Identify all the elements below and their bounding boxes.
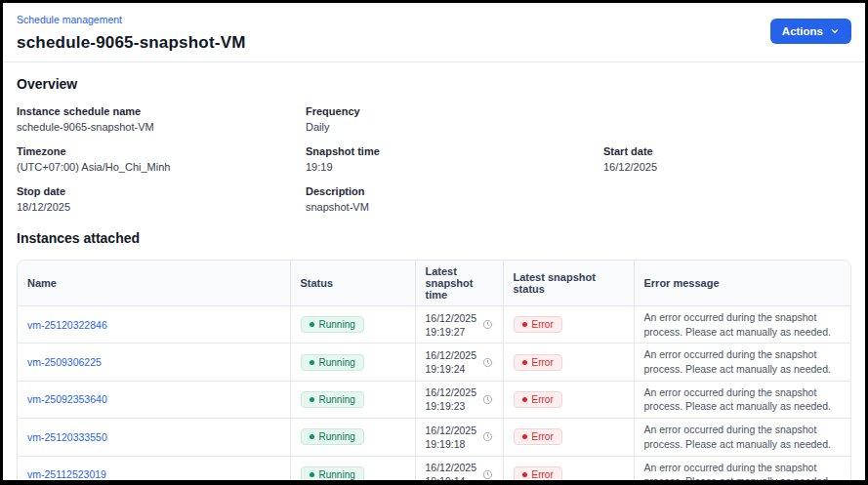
status-dot-icon — [310, 472, 314, 477]
vm-link[interactable]: vm-25112523019 — [27, 468, 106, 480]
status-badge: Running — [301, 466, 364, 483]
field-label: Frequency — [306, 105, 603, 117]
table-row: vm-25120333550 Running 16/12/2025 19:19:… — [18, 419, 850, 456]
field-value: Daily — [306, 121, 603, 133]
main-content: Overview Instance schedule name schedule… — [3, 62, 865, 485]
vm-link[interactable]: vm-25092353640 — [27, 393, 107, 405]
status-dot-icon — [310, 322, 314, 327]
overview-heading: Overview — [17, 76, 851, 92]
error-message: An error occurred during the snapshot pr… — [644, 423, 842, 451]
overview-section: Instance schedule name schedule-9065-sna… — [17, 105, 851, 213]
table-row: vm-25092353640 Running 16/12/2025 19:19:… — [18, 381, 850, 418]
schedule-detail-page: Schedule management schedule-9065-snapsh… — [0, 0, 868, 485]
table-row: vm-25112523019 Running 16/12/2025 19:19:… — [18, 456, 850, 485]
field-stop-date: Stop date 18/12/2025 — [17, 185, 306, 213]
field-start-date: Start date 16/12/2025 — [603, 145, 851, 173]
field-label: Timezone — [17, 145, 306, 157]
error-dot-icon — [522, 434, 527, 439]
breadcrumb-link[interactable]: Schedule management — [17, 14, 122, 25]
status-badge: Running — [301, 391, 364, 408]
snapshot-status-badge: Error — [514, 466, 562, 483]
error-message: An error occurred during the snapshot pr… — [644, 461, 842, 485]
instances-table: Name Status Latest snapshot time Latest … — [17, 260, 851, 485]
vm-link[interactable]: vm-25120322846 — [27, 319, 107, 331]
field-value: (UTC+07:00) Asia/Ho_Chi_Minh — [17, 161, 306, 173]
status-dot-icon — [310, 397, 314, 402]
status-dot-icon — [310, 360, 314, 365]
field-value: snapshot-VM — [306, 201, 603, 213]
status-badge: Running — [301, 354, 364, 371]
field-timezone: Timezone (UTC+07:00) Asia/Ho_Chi_Minh — [17, 145, 306, 173]
table-row: vm-2509306225 Running 16/12/2025 19:19:2… — [18, 344, 850, 381]
field-label: Start date — [603, 145, 851, 157]
snapshot-time: 16/12/2025 19:19:18 — [426, 424, 479, 451]
snapshot-status-badge: Error — [514, 428, 562, 445]
field-value: schedule-9065-snapshot-VM — [17, 121, 306, 133]
vm-link[interactable]: vm-2509306225 — [27, 356, 102, 368]
error-message: An error occurred during the snapshot pr… — [644, 385, 842, 414]
column-header-name: Name — [18, 261, 290, 306]
field-label: Stop date — [17, 185, 306, 197]
field-value: 16/12/2025 — [603, 161, 851, 173]
field-description: Description snapshot-VM — [306, 185, 603, 213]
error-dot-icon — [522, 397, 527, 402]
instances-attached-heading: Instances attached — [17, 230, 851, 246]
column-header-latest-snapshot-time: Latest snapshot time — [415, 261, 503, 306]
page-title: schedule-9065-snapshot-VM — [17, 33, 246, 53]
field-label: Snapshot time — [306, 145, 603, 157]
field-value: 18/12/2025 — [17, 201, 306, 213]
status-badge: Running — [301, 316, 364, 333]
snapshot-time: 16/12/2025 19:19:14 — [426, 461, 479, 485]
status-badge: Running — [301, 428, 364, 445]
field-snapshot-time: Snapshot time 19:19 — [306, 145, 603, 173]
column-header-error-message: Error message — [634, 261, 850, 306]
table-header: Name Status Latest snapshot time Latest … — [18, 261, 850, 306]
clock-icon — [482, 357, 493, 368]
breadcrumb: Schedule management — [17, 10, 246, 27]
column-header-status: Status — [290, 261, 415, 306]
error-message: An error occurred during the snapshot pr… — [644, 347, 842, 376]
error-message: An error occurred during the snapshot pr… — [644, 310, 842, 339]
error-dot-icon — [522, 322, 527, 327]
field-instance-schedule-name: Instance schedule name schedule-9065-sna… — [17, 105, 306, 133]
snapshot-status-badge: Error — [514, 316, 562, 333]
chevron-down-icon — [830, 26, 840, 36]
actions-button[interactable]: Actions — [770, 19, 851, 44]
field-frequency: Frequency Daily — [306, 105, 603, 133]
clock-icon — [482, 394, 493, 405]
field-label: Instance schedule name — [17, 105, 306, 117]
column-header-latest-snapshot-status: Latest snapshot status — [503, 261, 634, 306]
snapshot-time: 16/12/2025 19:19:24 — [426, 348, 479, 376]
snapshot-status-badge: Error — [514, 354, 562, 371]
field-value: 19:19 — [306, 161, 603, 173]
clock-icon — [482, 469, 493, 480]
clock-icon — [482, 431, 493, 442]
actions-button-label: Actions — [782, 25, 823, 37]
status-dot-icon — [310, 434, 314, 439]
field-label: Description — [306, 185, 603, 197]
error-dot-icon — [522, 360, 527, 365]
vm-link[interactable]: vm-25120333550 — [27, 431, 107, 443]
table-row: vm-25120322846 Running 16/12/2025 19:19:… — [18, 306, 850, 344]
clock-icon — [482, 319, 493, 330]
header-left: Schedule management schedule-9065-snapsh… — [17, 10, 246, 53]
error-dot-icon — [522, 472, 527, 477]
snapshot-time: 16/12/2025 19:19:23 — [426, 385, 479, 413]
snapshot-time: 16/12/2025 19:19:27 — [426, 311, 479, 339]
page-header: Schedule management schedule-9065-snapsh… — [3, 3, 865, 61]
snapshot-status-badge: Error — [514, 391, 562, 408]
